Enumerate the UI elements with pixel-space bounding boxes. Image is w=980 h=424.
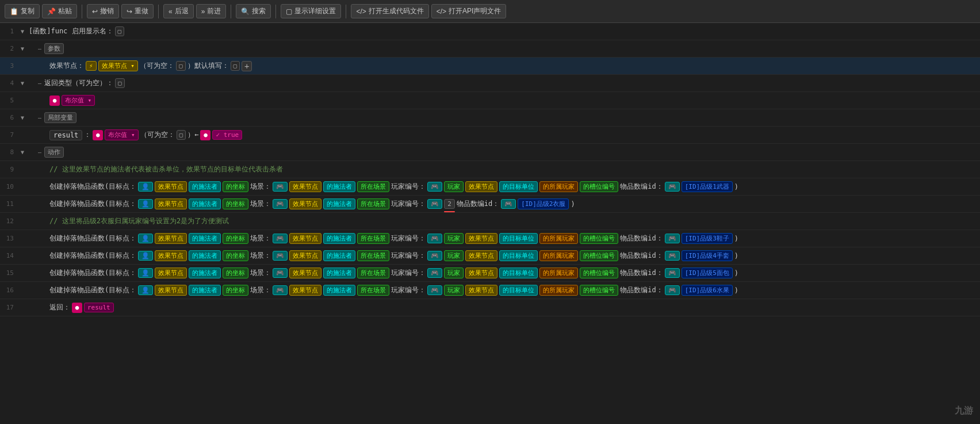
return-result-tag[interactable]: result	[84, 303, 114, 312]
item-id-label14: 物品数编id：	[620, 251, 663, 261]
table-row: 3 效果节点： ⚡ 效果节点 ▾ （可为空： ▢ ）默认填写： ▢ +	[0, 58, 980, 75]
item-icon13: 🎮	[665, 234, 680, 243]
effect-node-tag14c[interactable]: 效果节点	[465, 250, 497, 261]
separator	[346, 5, 346, 18]
player-num-tag11[interactable]: 2	[444, 199, 455, 209]
row-content: result ： ● 布尔值 ▾ （可为空： ▢ ）← ● ✓ true	[26, 129, 980, 140]
table-row: 9 // 这里效果节点的施法者代表被击杀单位，效果节点的目标单位代表击杀者	[0, 161, 980, 178]
target-tag14: 的目标单位	[499, 250, 538, 261]
copy-button[interactable]: 📋 复制	[5, 4, 40, 18]
line-number: 10	[0, 183, 18, 190]
collapse-arrow[interactable]: ▼	[18, 45, 26, 52]
effect-node-tag16c[interactable]: 效果节点	[465, 285, 497, 296]
effect-node-tag10b[interactable]: 效果节点	[289, 181, 321, 192]
forward-icon: »	[201, 7, 205, 16]
bool-type-tag[interactable]: 布尔值 ▾	[62, 95, 95, 106]
item-id-tag16[interactable]: [ID]品级6水果	[682, 285, 733, 296]
table-row: 5 ● 布尔值 ▾	[0, 92, 980, 109]
effect-node-tag[interactable]: 效果节点 ▾	[98, 60, 138, 71]
collapse-arrow[interactable]: ▼	[18, 28, 26, 35]
owner-tag10: 的所属玩家	[539, 181, 578, 192]
api-file-button[interactable]: </> 打开API声明文件	[431, 4, 507, 18]
code-editor: 1 ▼ [函数]func 启用显示名： ▢ 2 ▼ — 参数 3 效果节点： ⚡…	[0, 23, 980, 424]
line-number: 4	[0, 79, 18, 87]
effect-node-tag13a[interactable]: 效果节点	[155, 233, 187, 244]
optional-checkbox[interactable]: ▢	[176, 61, 186, 71]
bool-type-tag2[interactable]: 布尔值 ▾	[105, 129, 138, 140]
scene-tag10b: 所在场景	[357, 181, 389, 192]
coord-tag15a: 的坐标	[223, 268, 248, 278]
true-value-tag[interactable]: ✓ true	[212, 130, 242, 140]
item-id-tag14[interactable]: [ID]品级4手套	[682, 250, 733, 261]
gen-code-button[interactable]: </> 打开生成代码文件	[351, 4, 428, 18]
effect-node-tag13c[interactable]: 效果节点	[465, 233, 497, 244]
effect-node-tag16b[interactable]: 效果节点	[289, 285, 321, 296]
effect-node-tag10c[interactable]: 效果节点	[465, 181, 497, 192]
row-content: ● 布尔值 ▾	[26, 95, 980, 106]
person-icon13a: 👤	[138, 234, 153, 243]
table-row: 6 ▼ — 局部变量	[0, 109, 980, 127]
line-number: 12	[0, 217, 18, 225]
player-tag16: 玩家	[444, 285, 464, 296]
minus-icon[interactable]: —	[38, 80, 41, 86]
minus-icon[interactable]: —	[38, 149, 41, 155]
effect-node-tag11b[interactable]: 效果节点	[289, 198, 321, 209]
undo-button[interactable]: ↩ 撤销	[87, 4, 119, 18]
minus-icon[interactable]: —	[38, 45, 41, 52]
collapse-arrow[interactable]: ▼	[18, 80, 26, 86]
line-number: 16	[0, 287, 18, 294]
redo-button[interactable]: ↪ 重做	[121, 4, 154, 18]
var-name-result[interactable]: result	[49, 130, 82, 140]
effect-node-tag16a[interactable]: 效果节点	[155, 285, 187, 296]
table-row: 2 ▼ — 参数	[0, 40, 980, 58]
row-content: 创建掉落物品函数(目标点： 👤 效果节点 的施法者 的坐标 场景： 🎮 效果节点…	[26, 198, 980, 209]
row-content: 创建掉落物品函数(目标点： 👤 效果节点 的施法者 的坐标 场景： 🎮 效果节点…	[26, 233, 980, 244]
item-icon14: 🎮	[665, 251, 680, 261]
effect-node-tag11a[interactable]: 效果节点	[155, 198, 187, 209]
minus-icon[interactable]: —	[38, 114, 41, 121]
line-number: 7	[0, 131, 18, 139]
item-id-tag13[interactable]: [ID]品级3鞋子	[682, 233, 733, 244]
player-num-label15: 玩家编号：	[391, 268, 426, 278]
target-tag13: 的目标单位	[499, 233, 538, 244]
detail-settings-button[interactable]: ▢ 显示详细设置	[281, 4, 341, 18]
search-button[interactable]: 🔍 搜索	[236, 4, 271, 18]
coord-tag10a: 的坐标	[223, 181, 248, 192]
effect-node-tag14b[interactable]: 效果节点	[289, 250, 321, 261]
effect-node-tag10a[interactable]: 效果节点	[155, 181, 187, 192]
table-row: 4 ▼ — 返回类型（可为空）： ▢	[0, 75, 980, 92]
return-optional-checkbox[interactable]: ▢	[115, 78, 125, 88]
collapse-arrow[interactable]: ▼	[18, 114, 26, 121]
default-checkbox[interactable]: ▢	[231, 61, 240, 71]
line-number: 17	[0, 304, 18, 311]
line-number: 3	[0, 62, 18, 70]
scene-label14: 场景：	[250, 251, 271, 261]
player-icon10: 🎮	[427, 182, 442, 192]
add-param-button[interactable]: +	[242, 61, 252, 71]
slot-tag16: 的槽位编号	[580, 285, 618, 296]
item-id-tag10[interactable]: [ID]品级1武器	[682, 181, 733, 192]
paste-button[interactable]: 📌 粘贴	[42, 4, 77, 18]
collapse-arrow[interactable]: ▼	[18, 149, 26, 155]
checkbox-display-name[interactable]: ▢	[115, 26, 125, 36]
person-icon16a: 👤	[138, 285, 153, 295]
effect-node-tag15a[interactable]: 效果节点	[155, 268, 187, 278]
line-number: 9	[0, 166, 18, 173]
player-num-label11: 玩家编号：	[391, 199, 426, 209]
item-id-tag15[interactable]: [ID]品级5面包	[682, 268, 733, 278]
effect-node-tag15c[interactable]: 效果节点	[465, 268, 497, 278]
separator	[82, 5, 82, 18]
caster-tag16b: 的施法者	[323, 285, 355, 296]
optional-checkbox2[interactable]: ▢	[177, 130, 186, 140]
back-button[interactable]: « 后退	[163, 4, 194, 18]
table-row: 13 创建掉落物品函数(目标点： 👤 效果节点 的施法者 的坐标 场景： 🎮 效…	[0, 230, 980, 247]
return-label: 返回：	[49, 303, 70, 312]
player-tag13: 玩家	[444, 233, 464, 244]
forward-button[interactable]: » 前进	[196, 4, 227, 18]
line-number: 13	[0, 235, 18, 242]
effect-node-tag13b[interactable]: 效果节点	[289, 233, 321, 244]
item-id-tag11[interactable]: [ID]品级2衣服	[518, 198, 569, 209]
effect-node-tag14a[interactable]: 效果节点	[155, 250, 187, 261]
comment-line9: // 这里效果节点的施法者代表被击杀单位，效果节点的目标单位代表击杀者	[49, 165, 283, 174]
effect-node-tag15b[interactable]: 效果节点	[289, 268, 321, 278]
